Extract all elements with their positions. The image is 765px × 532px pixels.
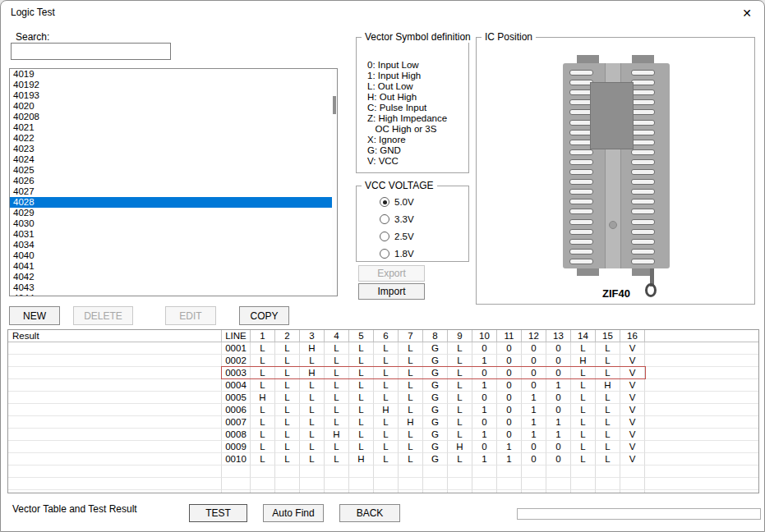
cell-pin: L [448, 355, 472, 367]
cell-pin: G [423, 429, 448, 441]
cell-pin: 0 [497, 342, 522, 355]
vector-symbol-line: H: Out High [367, 92, 447, 103]
cell-pin: L [374, 441, 399, 453]
cell-pin: 0 [546, 404, 571, 416]
table-row-0003[interactable]: 0003LLHLLLLGL0000LLV [8, 367, 758, 379]
table-row-0010[interactable]: 0010LLLLHLLGL1100LLV [8, 453, 758, 466]
cell-pin [399, 478, 423, 490]
vcc-option-3.3V[interactable]: 3.3V [380, 213, 414, 226]
list-item[interactable]: 4029 [10, 208, 337, 218]
table-row-0009[interactable]: 0009LLLLLLLGH0100LLV [8, 441, 758, 453]
new-button[interactable]: NEW [9, 306, 60, 325]
table-row-0006[interactable]: 0006LLLLLHLGL1010LLV [8, 404, 758, 416]
vector-symbol-line: G: GND [367, 145, 447, 156]
list-item[interactable]: 4043 [10, 282, 337, 293]
cell-pin: 0 [522, 453, 546, 466]
pin-slot [569, 199, 593, 204]
list-item[interactable]: 4021 [10, 122, 337, 133]
list-item[interactable]: 4023 [10, 144, 337, 154]
table-row-0001[interactable]: 0001LLHLLLLGL0000LLV [8, 342, 758, 355]
cell-pin: L [374, 429, 399, 441]
table-row-0007[interactable]: 0007LLLLLLHGL0011LLV [8, 416, 758, 429]
cell-pin: L [596, 453, 620, 466]
list-item[interactable]: 4027 [10, 186, 337, 197]
cell-pin: 0 [472, 342, 497, 355]
cell-pin [448, 478, 472, 490]
cell-line: 0005 [222, 392, 251, 404]
list-item[interactable]: 4022 [10, 133, 337, 144]
ic-list[interactable]: 4019401924019340204020840214022402340244… [9, 68, 338, 296]
copy-button[interactable]: COPY [239, 306, 289, 325]
list-item[interactable]: 4042 [10, 272, 337, 282]
cell-pin [300, 478, 325, 490]
cell-pin: L [399, 392, 423, 404]
cell-pin: V [620, 441, 645, 453]
table-row-0004[interactable]: 0004LLLLLLLGL1001LHV [8, 379, 758, 392]
cell-pin: L [399, 453, 423, 466]
close-icon[interactable]: ✕ [738, 4, 756, 22]
radio-icon[interactable] [380, 249, 389, 259]
list-item[interactable]: 40193 [10, 90, 337, 101]
pin-slot [631, 149, 655, 155]
pin-slot [631, 259, 655, 264]
cell-pin: L [251, 342, 275, 355]
vcc-voltage-group-title: VCC VOLTAGE [362, 180, 437, 191]
list-item[interactable]: 4025 [10, 165, 337, 176]
list-item[interactable]: 4034 [10, 240, 337, 250]
vcc-option-5.0V[interactable]: 5.0V [380, 195, 414, 209]
cell-pin: L [448, 404, 472, 416]
cell-pin: L [300, 392, 325, 404]
header-pin: 10 [472, 330, 497, 342]
cell-pin: L [349, 379, 374, 392]
pin-slot [631, 80, 655, 85]
list-item[interactable]: 40208 [10, 112, 337, 122]
table-row-0005[interactable]: 0005HLLLLLLGL0010LLV [8, 392, 758, 404]
result-table[interactable]: ResultLINE12345678910111213141516 0001LL… [7, 329, 759, 493]
list-item[interactable]: 4026 [10, 176, 337, 186]
import-button[interactable]: Import [358, 283, 425, 300]
search-input[interactable] [11, 43, 171, 60]
list-item[interactable]: 40192 [10, 80, 337, 90]
pin-slot [569, 219, 593, 225]
search-label: Search: [16, 31, 49, 43]
vcc-option-2.5V[interactable]: 2.5V [380, 230, 414, 243]
list-scrollbar[interactable] [332, 69, 337, 296]
cell-pin [325, 466, 349, 478]
cell-pin: 0 [522, 367, 546, 379]
scrollbar-thumb[interactable] [333, 96, 336, 114]
list-item[interactable]: 4024 [10, 154, 337, 165]
list-item[interactable]: 4041 [10, 261, 337, 272]
cell-filler [645, 429, 758, 441]
radio-icon[interactable] [380, 197, 389, 207]
cell-pin: V [620, 367, 645, 379]
list-item[interactable]: 4020 [10, 101, 337, 112]
cell-pin: L [399, 379, 423, 392]
radio-icon[interactable] [380, 232, 389, 241]
list-item[interactable]: 4028 [10, 197, 337, 208]
pin-slot [631, 169, 655, 175]
cell-pin [251, 490, 275, 493]
delete-button: DELETE [73, 306, 133, 325]
cell-pin: L [596, 367, 620, 379]
vcc-option-1.8V[interactable]: 1.8V [380, 247, 414, 260]
cell-pin: L [596, 355, 620, 367]
back-button[interactable]: BACK [339, 504, 400, 522]
table-row-0008[interactable]: 0008LLLHLLLGL1011LLV [8, 429, 758, 441]
cell-pin [300, 490, 325, 493]
list-item[interactable]: 4019 [10, 69, 337, 80]
list-item[interactable]: 4030 [10, 218, 337, 229]
test-button[interactable]: TEST [189, 504, 247, 522]
cell-pin [472, 490, 497, 493]
cell-line: 0002 [222, 355, 251, 367]
ic-list-items: 4019401924019340204020840214022402340244… [10, 69, 337, 296]
auto-find-button[interactable]: Auto Find [263, 504, 324, 522]
table-row-0002[interactable]: 0002LLLLLLLGL1000HLV [8, 355, 758, 367]
list-item[interactable]: 4044 [10, 293, 337, 296]
radio-icon[interactable] [380, 214, 389, 224]
table-row-empty [8, 478, 758, 490]
pin-slot [631, 199, 655, 204]
list-item[interactable]: 4040 [10, 250, 337, 261]
cell-pin: 0 [497, 367, 522, 379]
cell-pin: 1 [522, 404, 546, 416]
list-item[interactable]: 4031 [10, 229, 337, 240]
